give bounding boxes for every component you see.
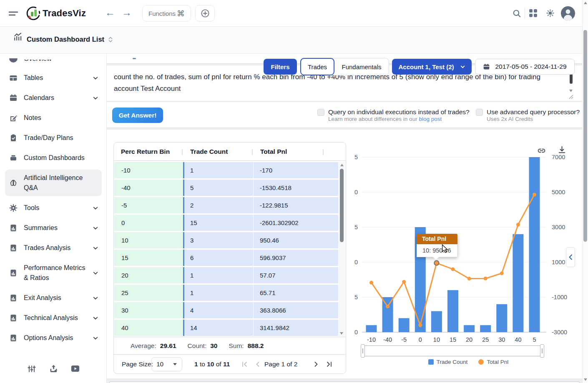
column-header-count[interactable]: Trade Count (190, 148, 228, 155)
cell-trade-count: 1 (184, 285, 254, 301)
legend-item-total-pnl[interactable]: Total Pnl (478, 359, 508, 365)
sidebar-item-tools[interactable]: Tools (0, 198, 107, 218)
slider-handle-left[interactable] (361, 344, 365, 358)
column-header-pnl[interactable]: Total Pnl (260, 148, 287, 155)
sidebar-item-custom-dashboards[interactable]: Custom Dashboards (0, 148, 107, 168)
chevron-down-icon (93, 225, 98, 231)
chart-zoom-slider[interactable] (361, 345, 544, 356)
collapse-panel-button[interactable] (566, 247, 575, 267)
blog-post-link[interactable]: blog post (419, 116, 442, 122)
executions-checkbox-subtext: Learn more about differences in our blog… (328, 116, 442, 122)
sidebar-item-ai-qa[interactable]: Artificial Intelligence Q&A (5, 170, 102, 196)
cell-trade-count: 4 (184, 302, 254, 318)
column-resizer[interactable]: | (322, 148, 324, 155)
sidebar-item-technical-analysis[interactable]: Technical Analysis (0, 308, 107, 328)
cell-total-pnl: -2601.302902 (254, 215, 338, 231)
prev-page-icon[interactable] (255, 361, 261, 367)
pie-chart-icon (9, 58, 18, 63)
caret-down-icon (173, 363, 177, 366)
back-arrow-icon[interactable]: ← (105, 8, 115, 18)
page-scrollbar[interactable] (582, 0, 588, 383)
sidebar-item-calendars[interactable]: Calendars (0, 88, 107, 108)
cell-total-pnl: 65.71 (254, 285, 338, 301)
table-row[interactable]: 304363.8066 (114, 302, 338, 318)
hamburger-menu-icon[interactable] (8, 8, 18, 18)
functions-button[interactable]: Functions ⌘ (142, 5, 191, 22)
notes-pencil-icon (9, 114, 18, 122)
advanced-processor-checkbox[interactable] (476, 109, 483, 116)
calendar-icon (483, 63, 490, 70)
last-page-icon[interactable] (327, 361, 332, 367)
cell-perc-return-bin: 0 (114, 215, 183, 231)
table-row[interactable]: 156596.9037 (114, 250, 338, 266)
svg-text:10: 10 (354, 259, 358, 265)
chevron-down-icon (93, 335, 98, 341)
upload-icon[interactable] (49, 364, 58, 373)
brain-icon (9, 179, 18, 187)
first-page-icon[interactable] (241, 361, 247, 367)
sidebar-item-options-analysis[interactable]: Options Analysis (0, 328, 107, 348)
table-scrollbar[interactable] (339, 162, 345, 336)
youtube-icon[interactable] (71, 365, 80, 372)
page-size-select[interactable]: 10 (151, 357, 182, 371)
add-button[interactable] (195, 5, 215, 22)
avatar[interactable] (560, 6, 575, 21)
cell-trade-count: 5 (184, 180, 254, 196)
search-icon[interactable] (512, 9, 521, 18)
cell-trade-count: 15 (184, 215, 254, 231)
sidebar-item-overview[interactable]: Overview (24, 60, 74, 63)
page-scrollbar-thumb[interactable] (583, 30, 587, 242)
cell-trade-count: 1 (184, 267, 254, 283)
table-row[interactable]: 25165.71 (114, 285, 338, 301)
sidebar-item-summaries[interactable]: Summaries (0, 218, 107, 238)
resize-handle-icon[interactable] (569, 95, 573, 99)
query-actions-row: Get Answer! Query on individual executio… (107, 102, 582, 128)
column-resizer[interactable]: | (251, 148, 253, 155)
column-resizer[interactable]: | (181, 148, 183, 155)
table-row[interactable]: -405-1530.4518 (114, 180, 338, 196)
page-size-label: Page Size: (122, 360, 153, 368)
legend-label: Total Pnl (487, 359, 508, 365)
table-row[interactable]: 015-2601.302902 (114, 215, 338, 231)
tradesviz-logo[interactable] (26, 6, 41, 21)
chevron-down-icon (93, 295, 98, 301)
doc-bars-icon (9, 224, 18, 232)
table-row[interactable]: -101-170 (114, 162, 338, 178)
slider-handle-right[interactable] (540, 344, 544, 358)
legend-item-trade-count[interactable]: Trade Count (428, 359, 468, 365)
next-page-icon[interactable] (313, 361, 319, 367)
table-row[interactable]: 40143141.9842 (114, 320, 338, 336)
sidebar-item-trades-analysis[interactable]: Trades Analysis (0, 238, 107, 258)
svg-text:-5: -5 (401, 336, 407, 343)
sidebar-item-performance-metrics[interactable]: Performance Metrics & Ratios (0, 260, 107, 286)
table-row[interactable]: 103950.46 (114, 232, 338, 248)
brand-name[interactable]: TradesViz (43, 8, 86, 19)
trades-tab[interactable]: Trades (300, 58, 334, 75)
sidebar-item-trade-day-plans[interactable]: Trade/Day Plans (0, 128, 107, 148)
navbar-divider (525, 8, 525, 19)
column-header-bin[interactable]: Perc Return Bin (121, 148, 170, 155)
table-row[interactable]: -52-122.9815 (114, 197, 338, 213)
sidebar-item-tables[interactable]: Tables (0, 68, 107, 88)
apps-grid-icon[interactable] (529, 9, 538, 18)
table-row[interactable]: 20157.07 (114, 267, 338, 283)
table-pagination: Page Size: 10 1 to 10 of 11 Page 1 of 2 (114, 354, 346, 373)
dashboard-title-selector[interactable]: Custom Dashboard List (27, 35, 113, 43)
filters-button[interactable]: Filters (264, 59, 297, 75)
date-range-button[interactable]: 2017-05-05 - 2024-11-29 (475, 59, 575, 75)
filter-sliders-icon[interactable] (28, 365, 36, 373)
sidebar-item-notes[interactable]: Notes (0, 108, 107, 128)
cell-perc-return-bin: -10 (114, 162, 183, 178)
functions-label: Functions (148, 10, 176, 17)
advanced-processor-label[interactable]: Use advanced query processor? (487, 108, 580, 116)
chart-canvas[interactable]: 0510152025-3000-10001000300050007000-10-… (354, 143, 582, 345)
theme-brightness-icon[interactable] (546, 9, 555, 18)
cell-total-pnl: 950.46 (254, 232, 338, 248)
sidebar-item-exit-analysis[interactable]: Exit Analysis (0, 288, 107, 308)
executions-checkbox-label[interactable]: Query on individual executions instead o… (328, 108, 470, 116)
forward-arrow-icon[interactable]: → (122, 8, 132, 18)
executions-checkbox[interactable] (317, 109, 324, 116)
fundamentals-tab[interactable]: Fundamentals (334, 58, 389, 75)
account-selector-button[interactable]: Account 1, Test (2) (392, 59, 472, 75)
get-answer-button[interactable]: Get Answer! (112, 108, 163, 123)
